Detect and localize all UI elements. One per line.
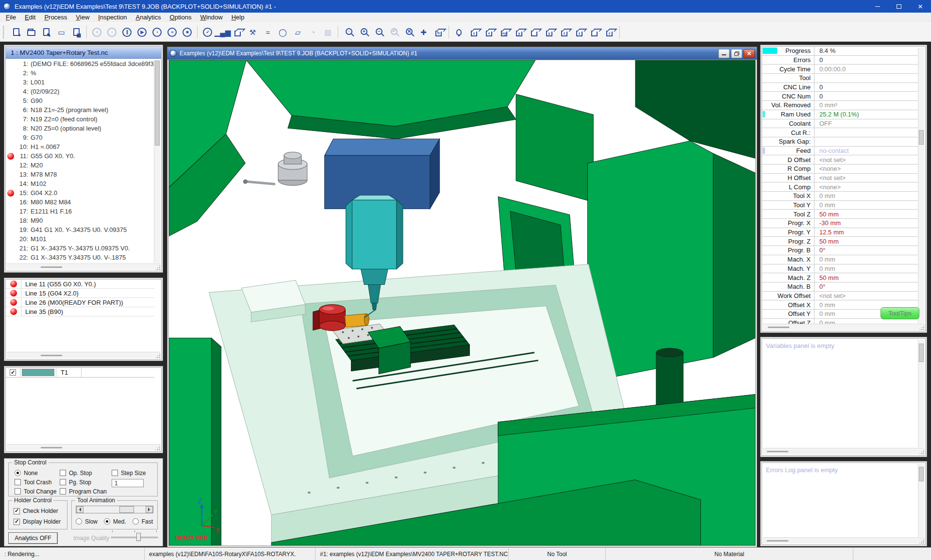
nc-line[interactable]: 12:M20: [6, 161, 154, 170]
play-button[interactable]: ▶: [134, 25, 150, 39]
nc-line[interactable]: 15:G04 X2.0: [6, 188, 154, 198]
menu-help[interactable]: Help: [227, 13, 249, 22]
machine-3d-viewport[interactable]: Z Y X DEMO VER: [168, 60, 756, 546]
view-iso-z-button[interactable]: z: [466, 25, 482, 39]
variables-hscroll-thumb[interactable]: [767, 451, 788, 452]
tools-hscroll-thumb[interactable]: [41, 447, 62, 448]
rotate-view-button[interactable]: ↻: [431, 25, 446, 39]
pause-button[interactable]: ∥: [119, 25, 134, 39]
view-front-button[interactable]: [527, 25, 542, 39]
nc-line[interactable]: 16:M80 M82 M84: [6, 198, 154, 207]
breakpoint-row[interactable]: Line 11 (G55 G0 X0. Y0.): [6, 280, 154, 289]
errors-hscroll-thumb[interactable]: [767, 540, 788, 542]
check-holder-checkbox[interactable]: [14, 508, 20, 514]
nc-line[interactable]: 1:(DEMO FILE: 60689625 e55fdacd 3dce89f3…: [6, 59, 154, 68]
pan-view-button[interactable]: ✚: [416, 25, 431, 39]
status-vscroll-thumb[interactable]: [919, 130, 924, 145]
nc-line[interactable]: 13:M78 M78: [6, 170, 154, 179]
variables-horizontal-scrollbar[interactable]: [763, 448, 924, 454]
option-tool-change[interactable]: Tool Change: [15, 487, 56, 496]
nc-line[interactable]: 6:N18 Z1=-25 (program level): [6, 105, 154, 115]
animation-scroll-thumb[interactable]: [119, 506, 134, 513]
stop-button[interactable]: ■: [180, 25, 195, 39]
breakpoints-hscroll-thumb[interactable]: [41, 355, 62, 356]
scroll-left-button[interactable]: [76, 506, 83, 513]
step-size-checkbox[interactable]: [112, 470, 118, 476]
minimize-button[interactable]: [867, 0, 888, 13]
zoom-out-button[interactable]: −: [371, 25, 386, 39]
analytics-chart-button[interactable]: ▁▄▆: [215, 25, 230, 39]
nc-line[interactable]: 20:M101: [6, 234, 154, 244]
nc-line[interactable]: 18:M90: [6, 216, 154, 225]
slider-thumb[interactable]: [136, 533, 141, 541]
nc-line[interactable]: 14:M102: [6, 179, 154, 188]
nc-line[interactable]: 8:N20 Z5=0 (optional level): [6, 124, 154, 133]
close-button[interactable]: [910, 0, 931, 13]
child-minimize-button[interactable]: [718, 49, 730, 58]
step-size-input[interactable]: 1: [112, 479, 144, 487]
display-holder-checkbox[interactable]: [14, 519, 20, 525]
nc-vertical-scrollbar[interactable]: [154, 60, 160, 263]
scroll-right-button[interactable]: [146, 506, 153, 513]
machine-tools-button[interactable]: ⚒: [245, 25, 260, 39]
menu-file[interactable]: File: [1, 13, 20, 22]
menu-analytics[interactable]: Analytics: [132, 13, 166, 22]
image-quality-slider[interactable]: [111, 530, 158, 543]
breakpoint-row[interactable]: Line 15 (G04 X2.0): [6, 289, 154, 298]
tool-crash-checkbox[interactable]: [15, 479, 21, 485]
option-fast[interactable]: Fast: [133, 517, 153, 526]
view-right-button[interactable]: [587, 25, 602, 39]
nc-line[interactable]: 9:G70: [6, 133, 154, 142]
tools-horizontal-scrollbar[interactable]: [7, 444, 160, 450]
menu-inspection[interactable]: Inspection: [94, 13, 131, 22]
nc-line[interactable]: 19:G41 G1 X0. Y-.34375 U0. V.09375: [6, 225, 154, 234]
option-step-size[interactable]: Step Size: [112, 468, 146, 478]
option-pg-stop[interactable]: Pg. Stop: [60, 478, 107, 487]
program-chan-checkbox[interactable]: [60, 488, 66, 494]
nc-line[interactable]: 22:G1 X-.34375 Y.34375 U0. V-.1875: [6, 253, 154, 262]
zoom-in-button[interactable]: +: [356, 25, 371, 39]
section-circle-button[interactable]: ◯: [275, 25, 290, 39]
view-iso-xy-button[interactable]: xy: [497, 25, 512, 39]
menu-process[interactable]: Process: [40, 13, 71, 22]
view-top-button[interactable]: y: [542, 25, 557, 39]
zoom-extents-button[interactable]: ✕: [401, 25, 416, 39]
menu-view[interactable]: View: [71, 13, 94, 22]
view-y-axis-button[interactable]: y: [512, 25, 527, 39]
option-none[interactable]: None: [15, 468, 56, 478]
edit-job-button[interactable]: ✎: [39, 25, 54, 39]
shading-toggle-button[interactable]: [451, 25, 466, 39]
new-job-button[interactable]: +: [9, 25, 24, 39]
child-close-button[interactable]: [744, 49, 755, 58]
job-report-button[interactable]: ▤: [69, 25, 84, 39]
child-window-title-bar[interactable]: Examples (v12)\EDM Examples\Test 9\TEST …: [167, 47, 757, 60]
nc-line-list[interactable]: 1:(DEMO FILE: 60689625 e55fdacd 3dce89f3…: [6, 59, 154, 264]
step-forward-button[interactable]: ›: [150, 25, 165, 39]
tool-list[interactable]: T1: [6, 368, 154, 445]
breakpoint-list[interactable]: Line 11 (G55 G0 X0. Y0.)Line 15 (G04 X2.…: [6, 280, 154, 352]
zoom-window-button[interactable]: ▫: [341, 25, 356, 39]
view-zz-button[interactable]: z: [557, 25, 572, 39]
fast-forward-button[interactable]: »: [165, 25, 180, 39]
nc-hscroll-thumb[interactable]: [41, 266, 62, 268]
nc-line[interactable]: 5:G90: [6, 96, 154, 105]
pg-stop-checkbox[interactable]: [60, 479, 66, 485]
tool-row[interactable]: T1: [6, 368, 154, 378]
open-job-button[interactable]: [24, 25, 39, 39]
nc-horizontal-scrollbar[interactable]: [7, 264, 160, 270]
nc-line[interactable]: 3:L001: [6, 78, 154, 87]
analytics-toggle-button[interactable]: Analytics OFF: [8, 532, 58, 544]
nc-vscroll-thumb[interactable]: [155, 61, 160, 146]
tool-change-checkbox[interactable]: [15, 488, 21, 494]
errors-vscroll-thumb[interactable]: [919, 467, 924, 481]
view-z-axis-button[interactable]: z: [572, 25, 587, 39]
breakpoint-row[interactable]: Line 26 (M00(READY FOR PART)): [6, 298, 154, 307]
breakpoints-horizontal-scrollbar[interactable]: [7, 352, 160, 358]
animation-speed-scrollbar[interactable]: [76, 506, 153, 513]
new-window-button[interactable]: ▭: [54, 25, 69, 39]
status-horizontal-scrollbar[interactable]: [763, 324, 924, 330]
solid-view-button[interactable]: [230, 25, 245, 39]
op-stop-checkbox[interactable]: [60, 470, 66, 476]
verify-mode-button[interactable]: ✓: [200, 25, 215, 39]
slow-radio[interactable]: [76, 518, 82, 525]
